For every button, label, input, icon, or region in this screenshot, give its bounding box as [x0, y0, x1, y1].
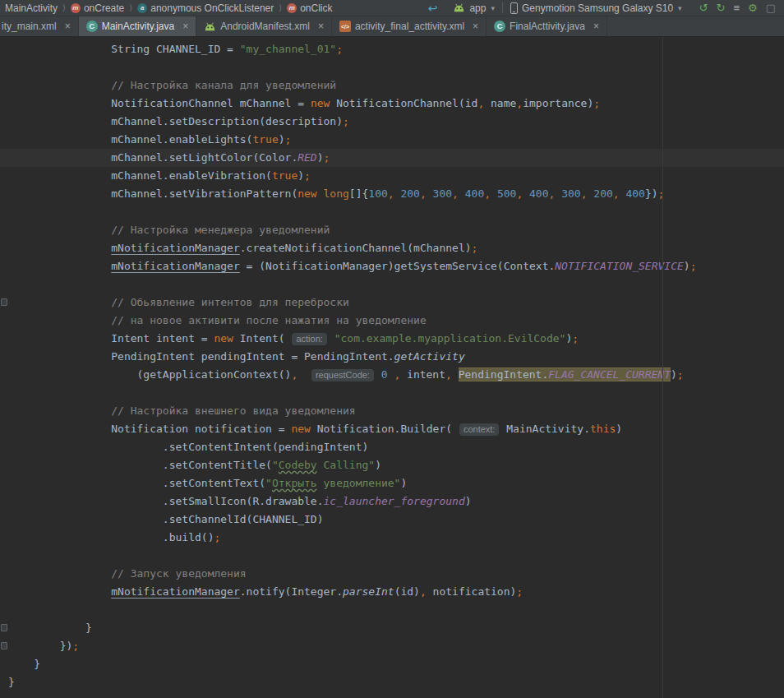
code-token: getActivity [394, 350, 465, 363]
code-token: ; [343, 115, 349, 127]
breadcrumb-item[interactable]: monCreate [71, 2, 124, 14]
code-token: intent [400, 368, 445, 381]
code-token: // Обьявление интентов для переброски [111, 296, 349, 308]
code-line: // Настройка внешнего вида уведомления [0, 402, 784, 420]
editor-tab[interactable]: AndroidManifest.xml× [196, 16, 332, 36]
apply-code-changes-icon[interactable]: ↻ [717, 2, 726, 13]
breadcrumb-item[interactable]: monClick [287, 2, 332, 14]
device-selector[interactable]: Genymotion Samsung Galaxy S10 ▾ [503, 0, 689, 16]
code-token: true [272, 169, 297, 182]
code-token: true [252, 133, 278, 146]
code-token: = (NotificationManager)getSystemService(… [240, 260, 556, 272]
code-token: } [34, 658, 40, 670]
tab-label: MainActivity.java [102, 21, 174, 32]
code-token: 500 [497, 187, 516, 200]
code-token: 300 [561, 187, 580, 200]
code-token: new [214, 332, 233, 344]
gutter-mark[interactable] [1, 298, 7, 306]
code-token: Notification.Builder( [311, 423, 459, 435]
code-token: NOTIFICATION_SERVICE [555, 260, 684, 272]
run-config-selector[interactable]: app ▾ [445, 0, 502, 16]
gutter-mark[interactable] [1, 642, 7, 649]
code-token: mChannel.setDescription(description) [111, 115, 343, 127]
tab-label: FinalActtivity.java [510, 21, 585, 32]
code-token [452, 368, 459, 381]
close-icon[interactable]: × [593, 21, 599, 32]
code-token: ) [400, 477, 407, 489]
code-token: "com.example.myapplication.EvilCode" [334, 332, 566, 344]
device-label: Genymotion Samsung Galaxy S10 [522, 2, 673, 14]
breadcrumb-item[interactable]: aanonymous OnClickListener [137, 2, 274, 14]
editor-tab[interactable]: CFinalActtivity.java× [487, 16, 607, 36]
code-token: ) [279, 133, 285, 146]
code-token: NotificationChannel(id [330, 97, 477, 109]
code-line: } [0, 655, 784, 673]
toolbar-actions: ↺↻≡⚙▢ [699, 2, 779, 13]
code-line: } [0, 673, 784, 691]
toolbar: ↩ app ▾ Genymotion Samsung Galaxy S10 ▾ … [425, 0, 779, 16]
close-icon[interactable]: × [318, 21, 324, 32]
code-token: Notification notification = [111, 423, 291, 435]
tab-label: ity_main.xml [2, 21, 57, 32]
android-studio-window: MainActivity⟩monCreate⟩aanonymous OnClic… [0, 0, 784, 698]
close-icon[interactable]: × [182, 21, 188, 32]
gutter-mark[interactable] [1, 624, 7, 631]
code-token: new long [297, 187, 349, 200]
close-icon[interactable]: × [473, 21, 478, 32]
code-token: ) [671, 368, 677, 381]
code-line: // Запуск уведомления [0, 565, 784, 583]
chevron-down-icon: ▾ [491, 4, 495, 12]
code-token [375, 368, 381, 381]
code-token: ) [616, 423, 622, 435]
editor-tab[interactable]: </>activity_final_acttivity.xml× [332, 16, 487, 36]
editor-tabs: ity_main.xml×CMainActivity.java× Android… [0, 16, 784, 37]
apply-changes-icon[interactable]: ↺ [699, 2, 708, 13]
logcat-icon[interactable]: ≡ [733, 2, 740, 13]
editor-tab[interactable]: ity_main.xml× [0, 16, 79, 36]
code-token: ; [677, 368, 684, 381]
code-token: MainActivity. [500, 423, 590, 435]
profiler-icon[interactable]: ⚙ [748, 2, 758, 13]
code-token: ; [690, 260, 697, 272]
code-token: ; [214, 531, 220, 543]
method-icon: m [287, 3, 297, 13]
editor-tab[interactable]: CMainActivity.java× [79, 16, 197, 36]
code-token: Intent intent = [111, 332, 214, 344]
code-token: , [452, 187, 459, 200]
code-token: Calling" [317, 459, 375, 471]
device-manager-icon[interactable]: ▢ [766, 2, 776, 13]
code-line [0, 601, 784, 619]
code-token [523, 187, 529, 200]
back-arrow-icon[interactable]: ↩ [428, 2, 438, 14]
code-token: , [420, 187, 427, 200]
code-token: ) [297, 169, 304, 182]
run-config-label: app [469, 2, 486, 14]
code-line: .setChannelId(CHANNEL_ID) [0, 511, 784, 529]
code-token: ; [472, 242, 478, 254]
code-token: Открыть [272, 477, 317, 489]
inlay-hint: requestCode: [311, 369, 374, 381]
close-icon[interactable]: × [65, 21, 71, 32]
code-token: mChannel.setVibrationPattern( [111, 187, 297, 200]
code-token: 0 [381, 368, 388, 381]
code-line: Notification notification = new Notifica… [0, 420, 784, 438]
chevron-down-icon: ▾ [678, 4, 682, 12]
code-line: .setSmallIcon(R.drawable.ic_launcher_for… [0, 492, 784, 511]
code-area[interactable]: String CHANNEL_ID = "my_channel_01"; // … [0, 40, 784, 691]
code-token: .build() [163, 531, 214, 543]
code-token [459, 187, 465, 200]
code-token: mNotificationManager [111, 260, 240, 272]
code-token: " [265, 477, 272, 489]
breadcrumb-item[interactable]: MainActivity [5, 2, 58, 14]
code-token: , [484, 187, 491, 200]
android-icon [204, 22, 216, 31]
class-anon-icon: a [137, 3, 147, 13]
code-line: mChannel.enableLights(true); [0, 131, 784, 149]
code-token: ) [317, 151, 324, 164]
code-editor[interactable]: String CHANNEL_ID = "my_channel_01"; // … [0, 37, 784, 698]
code-token: .setContentTitle( [163, 459, 272, 471]
inlay-hint: context: [459, 423, 500, 436]
code-token: // Настройка канала для уведомлений [111, 79, 336, 91]
code-line: Intent intent = new Intent( action: "com… [0, 330, 784, 348]
device-icon [510, 2, 518, 14]
